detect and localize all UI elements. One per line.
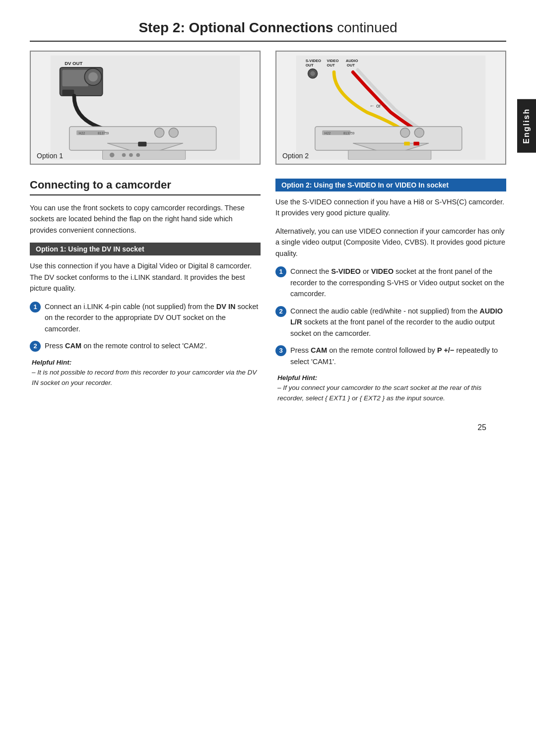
option2-box: Option 2: Using the S-VIDEO In or VIDEO … (275, 179, 506, 191)
right-step-num-2: 2 (275, 306, 286, 317)
svg-point-12 (169, 128, 178, 137)
svg-point-34 (401, 128, 410, 137)
right-step-3: 3 Press CAM on the remote control follow… (275, 345, 506, 367)
left-step-2: 2 Press CAM on the remote control to sel… (30, 340, 261, 352)
svg-point-18 (136, 153, 140, 157)
right-step-2: 2 Connect the audio cable (red/white - n… (275, 306, 506, 339)
page-container: English Step 2: Optional Connections con… (0, 0, 536, 756)
svg-rect-39 (413, 142, 419, 146)
left-step-1: 1 Connect an i.LINK 4-pin cable (not sup… (30, 301, 261, 334)
main-content: Connecting to a camcorder You can use th… (30, 179, 506, 408)
svg-point-28 (310, 71, 315, 76)
svg-text:813759: 813759 (98, 131, 109, 135)
left-column: Connecting to a camcorder You can use th… (30, 179, 261, 408)
title-bold: Step 2: Optional Connections (138, 20, 333, 35)
page-title: Step 2: Optional Connections continued (30, 20, 506, 42)
title-normal: continued (333, 20, 397, 35)
english-tab: English (517, 99, 536, 153)
hint-body-left: – It is not possible to record from this… (32, 369, 257, 386)
right-diagram: S-VIDEO OUT VIDEO OUT AUDIO OUT ← or → (280, 56, 501, 160)
right-step-text-2: Connect the audio cable (red/white - not… (290, 306, 506, 339)
right-step-1: 1 Connect the S-VIDEO or VIDEO socket at… (275, 266, 506, 299)
section-heading: Connecting to a camcorder (30, 179, 261, 195)
right-step-num-3: 3 (275, 345, 286, 356)
step-text-2: Press CAM on the remote control to selec… (45, 340, 261, 351)
images-row: DV OUT H22 813759 (30, 51, 506, 165)
svg-point-35 (414, 128, 424, 137)
right-option-label: Option 2 (282, 152, 309, 160)
svg-text:H22: H22 (325, 131, 331, 135)
right-step-text-1: Connect the S-VIDEO or VIDEO socket at t… (290, 266, 506, 299)
svg-text:DV OUT: DV OUT (65, 61, 82, 66)
left-helpful-hint: Helpful Hint: – It is not possible to re… (30, 358, 261, 388)
step-text-1: Connect an i.LINK 4-pin cable (not suppl… (45, 301, 261, 334)
left-diagram: DV OUT H22 813759 (35, 56, 256, 160)
right-step-text-3: Press CAM on the remote control followed… (290, 345, 506, 367)
svg-point-11 (155, 128, 164, 137)
svg-point-17 (129, 153, 133, 157)
svg-rect-19 (138, 142, 146, 147)
svg-text:H22: H22 (79, 131, 85, 135)
svg-rect-38 (404, 142, 409, 146)
right-column: Option 2: Using the S-VIDEO In or VIDEO … (275, 179, 506, 408)
svg-text:OUT: OUT (327, 63, 335, 67)
step-num-1: 1 (30, 302, 41, 313)
option1-box: Option 1: Using the DV IN socket (30, 243, 261, 255)
option2-body1: Use the S-VIDEO connection if you have a… (275, 196, 506, 219)
svg-point-5 (88, 72, 98, 81)
right-image-box: S-VIDEO OUT VIDEO OUT AUDIO OUT ← or → (275, 51, 506, 165)
right-helpful-hint: Helpful Hint: – If you connect your camc… (275, 373, 506, 403)
left-image-box: DV OUT H22 813759 (30, 51, 261, 165)
svg-rect-37 (348, 150, 431, 160)
left-option-label: Option 1 (37, 152, 63, 160)
svg-rect-6 (62, 90, 74, 95)
option2-body2: Alternatively, you can use VIDEO connect… (275, 226, 506, 259)
right-step-num-1: 1 (275, 266, 286, 277)
option1-body: Use this connection if you have a Digita… (30, 260, 261, 294)
svg-text:← or →: ← or → (370, 103, 388, 109)
svg-point-15 (110, 153, 115, 158)
hint-body-right: – If you connect your camcorder to the s… (277, 384, 481, 401)
intro-text: You can use the front sockets to copy ca… (30, 202, 261, 236)
svg-text:OUT: OUT (347, 63, 355, 67)
svg-text:813759: 813759 (343, 131, 355, 135)
hint-title-right: Helpful Hint: (277, 374, 317, 381)
page-number: 25 (30, 423, 506, 432)
svg-text:OUT: OUT (306, 63, 314, 67)
step-num-2: 2 (30, 341, 41, 352)
hint-title-left: Helpful Hint: (32, 359, 71, 366)
svg-rect-14 (103, 150, 186, 160)
svg-point-16 (122, 153, 126, 157)
